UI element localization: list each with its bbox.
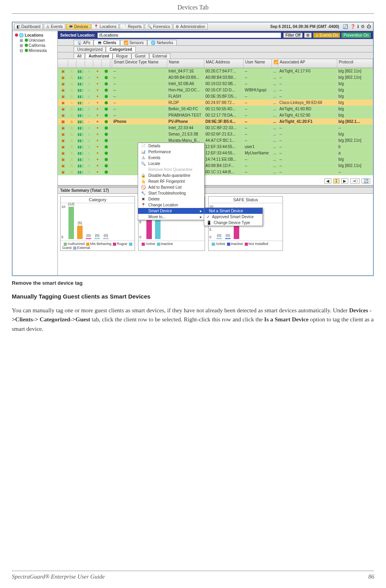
menu-item-icon: 🚫 [140,185,146,189]
tab-reports[interactable]: 📄Reports [120,24,144,30]
col-name[interactable]: Name [167,59,204,68]
tab-networks[interactable]: 🌐Networks [147,40,177,45]
tab-sensors[interactable]: 📶Sensors [120,40,148,45]
col-ap[interactable]: Associated AP [278,59,337,68]
tab-uncategorized[interactable]: Uncategorized [74,46,106,52]
tab-all[interactable]: All [74,53,85,59]
status-icon [102,169,111,175]
prevention-toggle[interactable]: Prevention On [342,33,371,38]
table-row[interactable]: ▣ ⚠ ▮▮▯ ○ ✦ -- A0:88:B4:03:B8... A0:88:B… [58,74,373,81]
menu-item[interactable]: 🔧Start Troubleshooting [138,190,204,196]
col-user[interactable]: User Name [244,59,272,68]
submenu-item[interactable]: 📱Change Device Type [204,220,262,226]
col-x[interactable]: 📶 [272,59,278,68]
menu-item[interactable]: 🔍Locate [138,161,204,167]
row-icon: ✦ [93,112,102,119]
location-path[interactable]: //Locations [98,33,281,38]
menu-item[interactable]: 🔒Disable Auto-quarantine [138,173,204,178]
client-icon: 💻 [97,41,102,45]
table-row[interactable]: ▣ ⚠ ▮▮▯ ○ ✦ -- Belkin_55:4D:FC 00:11:50:… [58,106,373,112]
menu-item[interactable]: 📄Details [138,143,204,149]
tab-dashboard[interactable]: ◧Dashboard [14,24,43,30]
row-icon: ✦ [93,87,102,93]
table-row[interactable]: ▣ ⚠ ▮▮▯ ○ ✦ MyName 12:EF:33:44:55... MyU… [58,150,373,156]
status-icon [102,156,111,163]
logout-icon[interactable]: ⏻ [367,24,371,29]
row-icon: ○ [85,169,93,175]
col-protocol[interactable]: Protocol [337,59,373,68]
menu-item[interactable]: 🚫Add to Banned List [138,184,204,190]
menu-item[interactable]: Move to...▸ [138,214,204,220]
submenu-item-icon: 📱 [207,221,211,225]
tab-locations[interactable]: 📍Locations [91,24,119,30]
toolbar-icons: 🔄 ❓ ℹ ⚙ ⏻ [342,24,371,29]
help-icon[interactable]: ❓ [350,24,356,29]
status-icon [102,106,111,112]
pager-goto[interactable]: ⇥□ [350,178,360,184]
pager-last[interactable]: ▶ [341,178,348,184]
table-row[interactable]: ▣ ⚠ ▮▮▯ ○ ✦ 14:74:11:EE:0B... 14:74:11:E… [58,156,373,163]
submenu-item[interactable]: ✓Approved Smart Device [204,214,262,220]
filter-button[interactable]: Filter Off [283,33,302,38]
tab-devices[interactable]: 💻Devices [66,24,91,30]
status-icon [102,87,111,93]
row-icon: ○ [85,163,93,169]
smart-device-submenu[interactable]: Not a Smart Device✓Approved Smart Device… [204,208,263,226]
tree-item[interactable]: ⊟ Minnesota [14,48,56,53]
settings-icon[interactable]: ⚙ [361,24,365,29]
menu-item[interactable]: ✖Delete [138,196,204,202]
menu-item[interactable]: Smart Device▸ [138,208,204,214]
info-icon[interactable]: ℹ [357,24,359,29]
tab-authorized[interactable]: Authorized [85,53,113,59]
col-mac[interactable]: MAC Address [204,59,244,68]
pager-current[interactable]: 1 [333,178,340,184]
row-icon: ⚠ [68,87,76,93]
row-icon: ▣ [59,112,68,119]
menu-item-icon: 🔧 [140,191,146,195]
table-row[interactable]: ▣ ⚠ ▮▮▯ ○ ✦ -- RLDP 00:24:97:88:72... --… [58,100,373,106]
table-row[interactable]: ▣ ⚠ ▮▮▯ ○ ✦ -- PRABHASH-TEST 00:12:17:78… [58,112,373,119]
status-icon [102,163,111,169]
menu-item[interactable]: ⚠Events [138,155,204,161]
table-row[interactable]: ▣ ⚠ ▮▮▯ ○ ✦ -- FLASH 00:0E:35:BF:D5... -… [58,93,373,100]
pager-first[interactable]: ◀ [324,178,331,184]
submenu-item[interactable]: Not a Smart Device [204,208,262,214]
signal-icon: ▮▮▯ [76,125,85,131]
table-row[interactable]: ▣ ⚠ ▮▮▯ ○ ✦ Murata-Manu_B... 44:A7:CF:BC… [58,137,373,144]
tab-rogue[interactable]: Rogue [113,53,131,59]
table-row[interactable]: ▣ ⚠ ▮▮▯ ○ ✦ -- Intel_92:0B:A6 00:19:D2:9… [58,81,373,87]
table-row[interactable]: ▣ ⚠ ▮▮▯ ○ ✦ A0:88:B4:1D:F... A0:88:B4:1D… [58,163,373,169]
tree-item[interactable]: ⊞ Unknown [14,38,56,43]
table-row[interactable]: ▣ ⚠ ▮▮▯ ○ ✦ Senao_21:E3:3B 00:02:6F:21:E… [58,131,373,137]
tree-root[interactable]: 🌐 Locations [14,33,56,38]
menu-item[interactable]: 📊Performance [138,149,204,155]
tab-forensics[interactable]: 🔍Forensics [145,24,172,30]
tab-administration[interactable]: ⚙Administration [173,24,207,30]
row-icon: ✦ [93,169,102,175]
tab-aps[interactable]: 📡APs [74,40,94,45]
row-icon: ○ [85,125,93,131]
signal-icon: ▮▮▯ [76,119,85,125]
menu-item[interactable]: 👆Reset RF Fingerprint [138,178,204,184]
refresh-icon[interactable]: 🔄 [343,24,348,29]
table-row[interactable]: ▣ ⚠ ▮▮▯ ○ ✦ -- Hon-Hai_1D:DC... 00:16:CF… [58,87,373,93]
tab-events[interactable]: ⚠Events [44,24,65,30]
col-smart-device[interactable]: Smart Device Type Name [112,59,167,68]
events-toggle[interactable]: ⚠ Events On [313,33,340,38]
filter-settings-icon[interactable]: ⚙ [304,33,312,38]
table-row[interactable]: ▣ ⚠ ▮▮▯ ○ ✦ Test 00:1C:11:4A:B... -- ...… [58,169,373,175]
menu-item[interactable]: 📍Change Location [138,202,204,208]
table-row[interactable]: ▣ ⚠ ▮▮▯ ○ ✦ iPhone PV-iPhone D8:9E:3F:B5… [58,119,373,125]
signal-icon: ▮▮▯ [76,150,85,156]
tree-item[interactable]: ⊞ California [14,43,56,48]
tab-clients[interactable]: 💻Clients [94,40,120,45]
pager-refresh[interactable]: 🔄 [362,178,370,184]
table-row[interactable]: ▣ ⚠ ▮▮▯ ○ ✦ Intel_22:33:44 00:1C:BF:22:3… [58,125,373,131]
context-menu[interactable]: 📄Details📊Performance⚠Events🔍LocateRemove… [138,143,205,220]
tab-external[interactable]: External [149,53,171,59]
row-icon: ○ [85,81,93,87]
table-row[interactable]: ▣ ⚠ ▮▮▯ ○ ✦ name 12:EF:33:44:55... user1… [58,144,373,150]
tab-guest[interactable]: Guest [131,53,149,59]
table-row[interactable]: ▣ ⚠ ▮▮▯ ○ ✦ -- Intel_84:F7:1E 00:26:C7:8… [58,68,373,74]
tab-categorized[interactable]: Categorized [106,46,135,52]
